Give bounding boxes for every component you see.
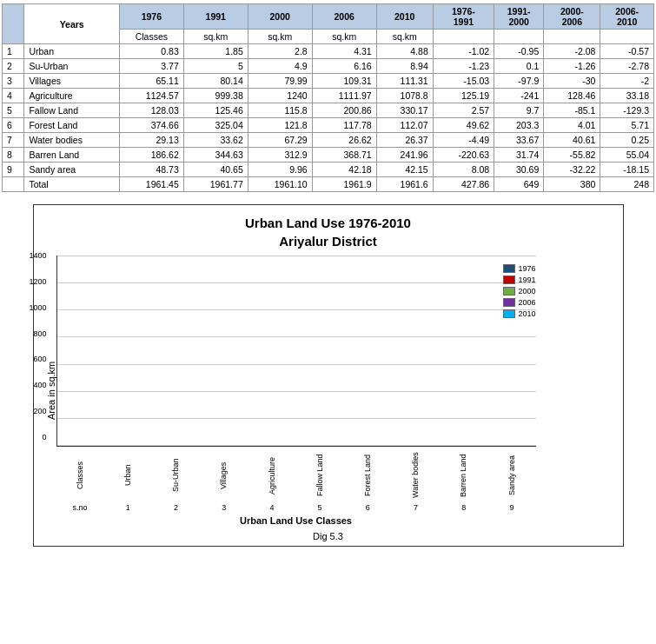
col-subheader-empty2 [494, 30, 544, 44]
x-label-rotated: Agriculture [268, 449, 277, 501]
table-row: 1Urban0.831.852.84.314.88-1.02-0.95-2.08… [3, 44, 654, 59]
x-label-num: s.no [73, 503, 88, 512]
col-header-2010: 2010 [376, 4, 433, 30]
y-tick-label: 1400 [30, 251, 47, 260]
table-row: 9Sandy area48.7340.659.9642.1842.158.083… [3, 163, 654, 177]
col-header-years: Years [24, 4, 119, 44]
x-label-group: Su-Urban2 [152, 449, 200, 512]
x-axis-label: Urban Land Use Classes [56, 515, 536, 526]
x-label-group: Villages3 [200, 449, 248, 512]
chart-title-line1: Urban Land Use 1976-2010 [245, 216, 411, 230]
y-tick-label: 400 [30, 381, 47, 389]
col-header-sno [3, 4, 24, 44]
x-label-num: 5 [318, 503, 322, 512]
col-header-2000: 2000 [248, 4, 312, 30]
col-header-2006-2010: 2006-2010 [600, 4, 654, 30]
x-label-num: 2 [174, 503, 178, 512]
y-tick-label: 0 [30, 433, 47, 442]
x-label-num: 3 [222, 503, 226, 512]
chart-title: Urban Land Use 1976-2010 Ariyalur Distri… [43, 214, 614, 250]
col-header-1976-1991: 1976-1991 [433, 4, 494, 30]
bar-chart: Urban Land Use 1976-2010 Ariyalur Distri… [33, 204, 624, 547]
table-row: 2Su-Urban3.7754.96.168.94-1.230.1-1.26-2… [3, 59, 654, 74]
chart-title-line2: Ariyalur District [279, 234, 377, 249]
x-label-rotated: Sandy area [507, 449, 517, 501]
col-subheader-sqkm-2006: sq.km [312, 30, 376, 44]
col-header-1976: 1976 [119, 4, 183, 30]
col-subheader-empty3 [544, 30, 600, 44]
x-label-group: Agriculture4 [248, 449, 295, 512]
col-subheader-empty1 [433, 30, 494, 44]
x-label-group: Fallow Land5 [296, 449, 344, 512]
col-subheader-sqkm-2010: sq.km [376, 30, 433, 44]
x-label-group: Sandy area9 [487, 449, 535, 512]
data-table: Years 1976 1991 2000 2006 2010 1976-1991… [0, 0, 656, 196]
x-label-group: Barren Land8 [440, 449, 487, 512]
x-label-rotated: Villages [219, 449, 229, 501]
x-label-num: 4 [269, 503, 274, 512]
table-row: 5Fallow Land128.03125.46115.8200.86330.1… [3, 103, 654, 118]
y-tick-label: 600 [30, 355, 47, 363]
y-tick-label: 1200 [30, 277, 47, 286]
col-header-2000-2006: 2000-2006 [544, 4, 600, 30]
x-label-group: Urban1 [104, 449, 152, 512]
col-subheader-sqkm-1991: sq.km [183, 30, 248, 44]
col-subheader-empty4 [600, 30, 654, 44]
y-tick-label: 200 [30, 407, 47, 415]
x-label-group: Water bodies7 [392, 449, 440, 512]
x-label-rotated: Forest Land [363, 449, 373, 501]
col-header-2006: 2006 [312, 4, 376, 30]
x-label-num: 1 [126, 503, 130, 512]
col-subheader-sqkm-2000: sq.km [248, 30, 312, 44]
x-label-num: 7 [414, 503, 418, 512]
x-label-num: 8 [461, 503, 466, 512]
y-tick-label: 800 [30, 329, 47, 338]
col-subheader-classes: Classes [119, 30, 183, 44]
col-header-1991: 1991 [183, 4, 248, 30]
x-label-rotated: Classes [76, 449, 85, 501]
table-row: 7Water bodies29.1333.6267.2926.6226.37-4… [3, 133, 654, 148]
x-label-group: Classess.no [56, 449, 104, 512]
y-tick-label: 1000 [30, 303, 47, 312]
table-row: 8Barren Land186.62344.63312.9368.71241.9… [3, 148, 654, 163]
x-label-rotated: Su-Urban [171, 449, 181, 501]
x-label-num: 6 [366, 503, 370, 512]
table-row: 6Forest Land374.66325.04121.8117.78112.0… [3, 118, 654, 133]
table-row: 3Villages65.1180.1479.99109.31111.31-15.… [3, 74, 654, 89]
x-label-rotated: Urban [123, 449, 133, 501]
x-label-rotated: Barren Land [459, 449, 468, 501]
table-row: 4Agriculture1124.57999.3812401111.971078… [3, 89, 654, 103]
x-label-group: Forest Land6 [344, 449, 392, 512]
table-row: Total1961.451961.771961.101961.91961.642… [3, 177, 654, 192]
col-header-1991-2000: 1991-2000 [494, 4, 544, 30]
x-label-num: 9 [509, 503, 514, 512]
x-label-rotated: Water bodies [411, 449, 421, 501]
dig-label: Dig 5.3 [43, 531, 614, 541]
x-label-rotated: Fallow Land [315, 449, 325, 501]
